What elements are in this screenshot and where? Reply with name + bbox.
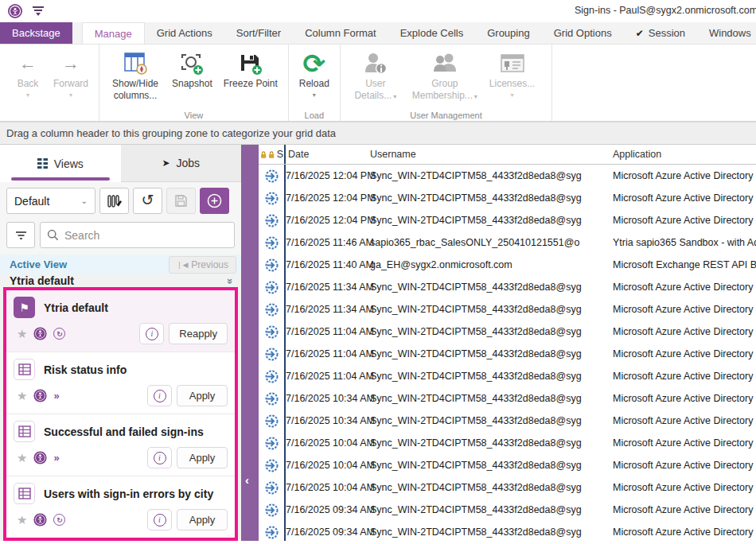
cell-date[interactable]: 7/16/2025 10:34 AM: [286, 415, 368, 426]
grid-row[interactable]: 7/16/2025 12:04 PM Sync_WIN-2TD4CIPTM58_…: [259, 209, 756, 231]
apply-view-button[interactable]: Reapply: [169, 323, 228, 344]
cell-username[interactable]: Sync_WIN-2TD4CIPTM58_4433f2d8eda8@syg: [368, 215, 611, 226]
cell-username[interactable]: Sync_WIN-2TD4CIPTM58_4433f2d8eda8@syg: [368, 282, 611, 293]
cell-date[interactable]: 7/16/2025 12:04 PM: [286, 215, 368, 226]
star-icon[interactable]: ★: [17, 513, 27, 527]
grid-row[interactable]: 7/16/2025 11:04 AM Sync_WIN-2TD4CIPTM58_…: [259, 321, 756, 343]
grid-row[interactable]: 7/16/2025 11:46 AM sapio365_rbac_SalesON…: [259, 231, 756, 254]
cell-date[interactable]: 7/16/2025 09:34 AM: [286, 504, 368, 515]
cell-application[interactable]: Microsoft Azure Active Directory Co: [611, 437, 756, 449]
view-list-item[interactable]: Successful and failed sign-ins ★: [6, 414, 235, 476]
edit-columns-button[interactable]: [99, 188, 129, 214]
cell-application[interactable]: Microsoft Azure Active Directory Co: [611, 304, 756, 315]
cell-username[interactable]: Sync_WIN-2TD4CIPTM58_4433f2d8eda8@syg: [368, 304, 611, 315]
cell-username[interactable]: Sync_WIN-2TD4CIPTM58_4433f2d8eda8@syg: [368, 482, 611, 493]
ytria-app-icon[interactable]: [8, 4, 22, 18]
ribbon-tab[interactable]: Column Format: [293, 22, 388, 44]
column-header-application[interactable]: Application: [611, 149, 756, 160]
user-details-button[interactable]: User Details...▾: [347, 48, 404, 103]
panel-collapse-bar[interactable]: ‹: [241, 145, 259, 541]
star-icon[interactable]: ★: [17, 389, 27, 403]
ribbon-tab[interactable]: Windows: [697, 22, 756, 44]
freeze-point-button[interactable]: Freeze Point: [220, 48, 282, 91]
grid-row[interactable]: 7/16/2025 12:04 PM Sync_WIN-2TD4CIPTM58_…: [259, 187, 756, 209]
back-dropdown-caret[interactable]: ▾: [26, 91, 29, 99]
cell-date[interactable]: 7/16/2025 11:34 AM: [286, 282, 368, 293]
grid-row[interactable]: 7/16/2025 09:34 AM Sync_WIN-2TD4CIPTM58_…: [259, 521, 756, 541]
cell-application[interactable]: Microsoft Azure Active Directory Co: [611, 527, 756, 538]
cell-application[interactable]: Microsoft Azure Active Directory Co: [611, 460, 756, 471]
previous-view-button[interactable]: ❘◀ Previous: [169, 256, 236, 274]
cell-username[interactable]: Sync_WIN-2TD4CIPTM58_4433f2d8eda8@syg: [368, 348, 611, 359]
cell-application[interactable]: Microsoft Exchange REST API Based: [611, 259, 756, 270]
cell-date[interactable]: 7/16/2025 11:04 AM: [286, 371, 368, 382]
cell-date[interactable]: 7/16/2025 09:34 AM: [286, 527, 368, 538]
quick-access-menu-icon[interactable]: [32, 6, 45, 17]
tab-jobs[interactable]: ➤ Jobs: [121, 145, 242, 182]
grid-row[interactable]: 7/16/2025 11:34 AM Sync_WIN-2TD4CIPTM58_…: [259, 276, 756, 298]
licenses-dropdown-caret[interactable]: ▾: [510, 91, 513, 99]
cell-date[interactable]: 7/16/2025 10:04 AM: [286, 437, 368, 449]
grid-row[interactable]: 7/16/2025 10:34 AM Sync_WIN-2TD4CIPTM58_…: [259, 387, 756, 410]
ribbon-tab[interactable]: Sort/Filter: [224, 22, 293, 44]
ribbon-tab[interactable]: Grid Actions: [145, 22, 224, 44]
grid-row[interactable]: 7/16/2025 12:04 PM Sync_WIN-2TD4CIPTM58_…: [259, 165, 756, 187]
grid-row[interactable]: 7/16/2025 11:04 AM Sync_WIN-2TD4CIPTM58_…: [259, 343, 756, 365]
cell-application[interactable]: Microsoft Azure Active Directory Co: [611, 348, 756, 359]
cell-username[interactable]: Sync_WIN-2TD4CIPTM58_4433f2d8eda8@syg: [368, 415, 611, 426]
reload-dropdown-caret[interactable]: ▾: [313, 91, 316, 99]
search-input[interactable]: [64, 229, 228, 242]
licenses-button[interactable]: Licenses... ▾: [485, 48, 539, 100]
cell-username[interactable]: Sync_WIN-2TD4CIPTM58_4433f2d8eda8@syg: [368, 326, 611, 337]
cell-application[interactable]: Ytria sapio365 Sandbox - with Adm: [611, 237, 756, 248]
tab-views[interactable]: Views: [0, 145, 121, 182]
cell-application[interactable]: Microsoft Azure Active Directory Co: [611, 192, 756, 204]
column-header-username[interactable]: Username: [368, 149, 611, 160]
grid-row[interactable]: 7/16/2025 10:34 AM Sync_WIN-2TD4CIPTM58_…: [259, 410, 756, 432]
back-button[interactable]: ← Back ▾: [10, 48, 46, 100]
cell-date[interactable]: 7/16/2025 12:04 PM: [286, 170, 368, 181]
apply-view-button[interactable]: Apply: [177, 385, 228, 406]
ribbon-tab[interactable]: Backstage: [0, 22, 72, 44]
cell-username[interactable]: Sync_WIN-2TD4CIPTM58_4433f2d8eda8@syg: [368, 170, 611, 181]
cell-application[interactable]: Microsoft Azure Active Directory Co: [611, 170, 756, 181]
cell-application[interactable]: Microsoft Azure Active Directory Co: [611, 415, 756, 426]
cell-application[interactable]: Microsoft Azure Active Directory Co: [611, 326, 756, 337]
grid-row[interactable]: 7/16/2025 10:04 AM Sync_WIN-2TD4CIPTM58_…: [259, 454, 756, 476]
cell-application[interactable]: Microsoft Azure Active Directory Co: [611, 482, 756, 493]
cell-username[interactable]: Sync_WIN-2TD4CIPTM58_4433f2d8eda8@syg: [368, 371, 611, 382]
ribbon-tab[interactable]: Grid Options: [542, 22, 624, 44]
grouping-zone[interactable]: Drag a column header to this grouping zo…: [0, 122, 756, 145]
cell-username[interactable]: ga_EH@sygx2.onmicrosoft.com: [368, 259, 611, 270]
cell-date[interactable]: 7/16/2025 10:34 AM: [286, 393, 368, 404]
add-view-button[interactable]: [200, 188, 229, 214]
cell-date[interactable]: 7/16/2025 11:40 AM: [286, 259, 368, 270]
cell-date[interactable]: 7/16/2025 11:04 AM: [286, 348, 368, 359]
show-hide-columns-button[interactable]: Show/Hide columns...: [106, 48, 165, 103]
cell-application[interactable]: Microsoft Azure Active Directory Co: [611, 371, 756, 382]
save-view-button[interactable]: [166, 188, 196, 214]
reset-view-button[interactable]: ↺: [133, 188, 162, 214]
cell-date[interactable]: 7/16/2025 11:34 AM: [286, 304, 368, 315]
cell-username[interactable]: sapio365_rbac_SalesONLY_250410121551@o: [368, 237, 611, 248]
star-icon[interactable]: ★: [17, 327, 27, 341]
view-info-button[interactable]: i: [147, 385, 172, 406]
column-header-date[interactable]: Date: [286, 149, 368, 160]
collapse-section-icon[interactable]: »: [224, 278, 236, 283]
filter-button[interactable]: [6, 222, 35, 248]
cell-username[interactable]: Sync_WIN-2TD4CIPTM58_4433f2d8eda8@syg: [368, 437, 611, 449]
grid-row[interactable]: 7/16/2025 10:04 AM Sync_WIN-2TD4CIPTM58_…: [259, 432, 756, 454]
apply-view-button[interactable]: Apply: [177, 447, 228, 468]
clipped-column-header[interactable]: S: [277, 149, 284, 160]
view-list-item[interactable]: Risk status info ★ »: [6, 352, 235, 414]
group-membership-button[interactable]: Group Membership...▾: [407, 48, 482, 103]
grid-header-lock-cell[interactable]: S: [259, 145, 286, 164]
cell-username[interactable]: Sync_WIN-2TD4CIPTM58_4433f2d8eda8@syg: [368, 504, 611, 515]
cell-application[interactable]: Microsoft Azure Active Directory Co: [611, 504, 756, 515]
view-info-button[interactable]: i: [147, 509, 172, 530]
cell-application[interactable]: Microsoft Azure Active Directory Co: [611, 282, 756, 293]
forward-dropdown-caret[interactable]: ▾: [69, 91, 72, 99]
cell-date[interactable]: 7/16/2025 11:04 AM: [286, 326, 368, 337]
view-list-item[interactable]: ⚑ Ytria default ★ ↻: [6, 290, 235, 352]
ribbon-tab[interactable]: Manage: [82, 22, 145, 44]
